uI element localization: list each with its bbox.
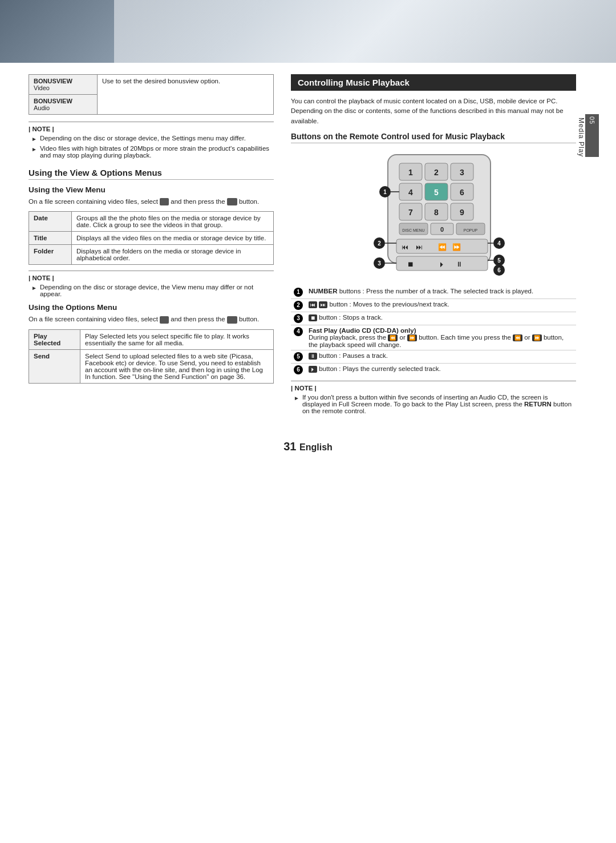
remote-descriptions-table: 1 NUMBER buttons : Press the number of a… — [291, 286, 576, 376]
view-menu-row-date: Date Groups all the the photo files on t… — [29, 212, 274, 232]
enter-icon — [227, 198, 237, 205]
view-menu-row-title: Title Displays all the video files on th… — [29, 232, 274, 245]
svg-text:0: 0 — [440, 226, 444, 233]
svg-text:POPUP: POPUP — [464, 228, 478, 232]
page-number-section: 31 English — [0, 440, 616, 453]
svg-text:7: 7 — [408, 208, 413, 217]
play-selected-label: Play Selected — [29, 329, 80, 349]
note-title-right: | NOTE | — [291, 385, 576, 392]
page-number: 31 — [283, 440, 296, 453]
note-title-1: | NOTE | — [29, 126, 274, 132]
rwd-icon: ⏪ — [388, 334, 398, 341]
svg-text:6: 6 — [460, 188, 464, 197]
svg-text:1: 1 — [383, 189, 387, 195]
options-menu-heading: Using the Options Menu — [29, 303, 274, 312]
options-row-send: Send Select Send to upload selected file… — [29, 349, 274, 383]
svg-text:⏭: ⏭ — [416, 243, 423, 251]
svg-text:8: 8 — [434, 208, 439, 217]
note-section-1: | NOTE | ► Depending on the disc or stor… — [29, 122, 274, 159]
remote-desc-2: 2 ⏮ ⏭ button : Moves to the previous/nex… — [291, 299, 576, 312]
send-label: Send — [29, 349, 80, 383]
note-title-2: | NOTE | — [29, 275, 274, 281]
remote-text-2: ⏮ ⏭ button : Moves to the previous/next … — [306, 299, 576, 312]
play-selected-desc: Play Selected lets you select specific f… — [80, 329, 274, 349]
next-icon: ⏭ — [319, 301, 327, 308]
controlling-music-heading: Controlling Music Playback — [291, 74, 576, 91]
view-menu-desc: On a file screen containing video files,… — [29, 197, 274, 207]
folder-label: Folder — [29, 245, 72, 265]
note-arrow-icon: ► — [31, 136, 37, 142]
ffw-icon-2: ⏩ — [532, 334, 542, 341]
note-item-1-2: ► Video files with high bitrates of 20Mb… — [29, 145, 274, 159]
svg-text:2: 2 — [434, 168, 439, 177]
svg-text:⏹: ⏹ — [407, 260, 414, 268]
note-arrow-icon-3: ► — [31, 285, 37, 291]
svg-text:2: 2 — [378, 240, 381, 247]
svg-text:4: 4 — [497, 240, 501, 247]
page-lang-text: English — [299, 442, 333, 452]
note-item-2-1: ► Depending on the disc or storage devic… — [29, 284, 274, 297]
remote-text-3: ⏹ button : Stops a track. — [306, 312, 576, 325]
svg-text:5: 5 — [434, 188, 439, 197]
svg-text:6: 6 — [497, 267, 501, 273]
bonusview-audio-label: BONUSVIEW Audio — [29, 95, 98, 115]
date-desc: Groups all the the photo files on the me… — [72, 212, 274, 232]
svg-text:⏮: ⏮ — [402, 243, 408, 251]
buttons-heading: Buttons on the Remote Control used for M… — [291, 132, 576, 143]
svg-text:DISC MENU: DISC MENU — [402, 228, 424, 232]
options-row-play: Play Selected Play Selected lets you sel… — [29, 329, 274, 349]
send-desc: Select Send to upload selected files to … — [80, 349, 274, 383]
remote-diagram: 1 2 3 4 5 6 7 8 — [291, 149, 576, 280]
remote-num-1: 1 — [291, 286, 306, 299]
title-desc: Displays all the video files on the medi… — [72, 232, 274, 245]
options-icon — [160, 316, 169, 324]
svg-text:⏸: ⏸ — [456, 260, 463, 268]
note-item-right-1: ► If you don't press a button within fiv… — [291, 394, 576, 414]
bonusview-row-1: BONUSVIEW Video Use to set the desired b… — [29, 75, 274, 95]
remote-text-1: NUMBER buttons : Press the number of a t… — [306, 286, 576, 299]
svg-text:1: 1 — [408, 168, 413, 177]
folder-desc: Displays all the folders on the media or… — [72, 245, 274, 265]
date-label: Date — [29, 212, 72, 232]
play-icon: ⏵ — [309, 366, 317, 373]
svg-text:⏪: ⏪ — [438, 243, 447, 251]
svg-text:⏵: ⏵ — [439, 260, 445, 268]
svg-text:4: 4 — [408, 188, 413, 197]
remote-desc-5: 5 ⏸ button : Pauses a track. — [291, 350, 576, 363]
remote-text-4: Fast Play (Audio CD (CD-DA) only) During… — [306, 325, 576, 350]
remote-svg: 1 2 3 4 5 6 7 8 — [331, 149, 536, 280]
right-column: Controlling Music Playback You can contr… — [291, 74, 576, 417]
title-label: Title — [29, 232, 72, 245]
prev-icon: ⏮ — [309, 301, 317, 308]
svg-text:⏩: ⏩ — [452, 243, 461, 251]
view-options-heading: Using the View & Options Menus — [29, 168, 274, 180]
bonusview-desc: Use to set the desired bonusview option. — [98, 75, 274, 115]
note-arrow-icon-right: ► — [294, 395, 299, 401]
header-banner — [0, 0, 616, 63]
options-menu-table: Play Selected Play Selected lets you sel… — [29, 329, 274, 384]
remote-text-5: ⏸ button : Pauses a track. — [306, 350, 576, 363]
view-icon — [160, 198, 169, 205]
remote-desc-1: 1 NUMBER buttons : Press the number of a… — [291, 286, 576, 299]
bonusview-table: BONUSVIEW Video Use to set the desired b… — [29, 74, 274, 115]
pause-icon: ⏸ — [309, 353, 317, 360]
stop-icon: ⏹ — [309, 314, 317, 321]
svg-text:3: 3 — [460, 168, 464, 177]
chapter-number: 05 — [585, 114, 599, 157]
note-item-1-1: ► Depending on the disc or storage devic… — [29, 135, 274, 142]
remote-desc-4: 4 Fast Play (Audio CD (CD-DA) only) Duri… — [291, 325, 576, 350]
remote-desc-3: 3 ⏹ button : Stops a track. — [291, 312, 576, 325]
svg-text:3: 3 — [378, 260, 381, 267]
side-label: 05 Media Play — [577, 114, 599, 157]
note-section-2: | NOTE | ► Depending on the disc or stor… — [29, 271, 274, 297]
note-arrow-icon-2: ► — [31, 146, 37, 152]
ffw-icon: ⏩ — [407, 334, 417, 341]
left-column: BONUSVIEW Video Use to set the desired b… — [29, 74, 274, 417]
svg-text:9: 9 — [460, 208, 464, 217]
controlling-music-desc: You can control the playback of music co… — [291, 96, 576, 126]
options-menu-desc: On a file screen containing video files,… — [29, 314, 274, 324]
rwd-icon-2: ⏪ — [513, 334, 522, 341]
view-menu-row-folder: Folder Displays all the folders on the m… — [29, 245, 274, 265]
view-menu-table: Date Groups all the the photo files on t… — [29, 211, 274, 265]
view-menu-heading: Using the View Menu — [29, 185, 274, 194]
